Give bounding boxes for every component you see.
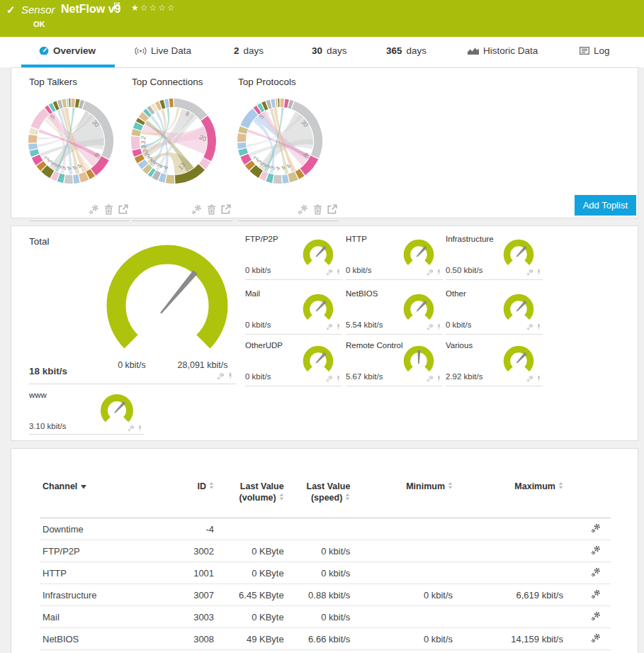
chord-diagram[interactable]: 530844433332 [25,95,117,190]
table-header-row: ChannelIDLast Value(volume)Last Value(sp… [40,477,611,518]
sort-icon[interactable] [448,481,453,493]
row-settings-icon[interactable] [566,628,611,650]
tab-overview[interactable]: Overview [39,37,96,65]
settings-icon[interactable] [326,269,333,276]
cell-minimum [353,562,456,584]
cell-last-speed: 6.66 kbit/s [287,628,354,650]
settings-icon[interactable] [326,323,333,330]
tab-live-data[interactable]: Live Data [135,37,191,65]
sort-icon[interactable] [279,493,284,504]
channel-gauge-value: 2.92 kbit/s [446,372,482,381]
tab-number: 365 [386,45,402,56]
channel-gauge-card-netbios: NetBIOS5.54 kbit/s [346,288,443,335]
channel-gauge-card-http: HTTP0 kbit/s [346,233,443,280]
pin-icon[interactable] [436,323,441,330]
table-row[interactable]: NetBIOS300849 KByte6.66 kbit/s0 kbit/s14… [40,628,611,650]
table-row[interactable]: Infrastructure30076.45 KByte0.88 kbit/s0… [40,584,611,606]
cell-maximum [456,562,566,584]
cell-maximum [456,540,566,562]
external-link-icon[interactable] [118,204,128,215]
add-toplist-button[interactable]: Add Toplist [575,195,636,216]
row-settings-icon[interactable] [566,584,611,606]
priority-stars[interactable]: ★☆☆☆☆ [131,3,176,13]
cell-last-speed: 0 kbit/s [287,540,354,562]
pin-icon[interactable] [336,269,341,276]
pin-icon[interactable] [137,425,142,432]
tab-days[interactable]: 2days [234,37,264,65]
settings-icon[interactable] [426,323,434,330]
sort-icon[interactable] [558,481,563,493]
column-header[interactable]: ID [159,477,217,518]
pin-icon[interactable] [536,269,541,276]
cell-id: 3008 [159,628,217,650]
delete-icon[interactable] [104,204,113,215]
column-header[interactable]: Minimum [353,477,456,518]
settings-icon[interactable] [128,425,135,432]
tab-bar: OverviewLive Data2days30days365daysHisto… [0,37,644,67]
tab-log[interactable]: Log [580,37,610,65]
chord-diagram[interactable]: 530844433332 [234,95,326,190]
channel-gauge-value: 0 kbit/s [245,372,271,381]
external-link-icon[interactable] [327,204,337,215]
sort-desc-icon[interactable] [81,481,86,493]
column-header[interactable]: Maximum [456,477,566,518]
tab-days[interactable]: 365days [386,37,426,65]
external-link-icon[interactable] [221,204,231,215]
settings-icon[interactable] [298,204,308,215]
settings-icon[interactable] [426,375,434,382]
row-settings-icon[interactable] [566,562,611,584]
pin-icon[interactable] [336,375,341,382]
pin-icon[interactable] [227,372,233,380]
pin-icon[interactable] [436,375,441,382]
tab-label: Overview [53,45,96,56]
tab-historic-data[interactable]: Historic Data [468,37,538,65]
sensor-header: ✓ Sensor NetFlow v9 ★☆☆☆☆ OK [0,0,644,37]
tab-label: days [244,45,264,56]
row-settings-icon[interactable] [566,518,611,540]
pin-icon[interactable] [436,269,441,276]
settings-icon[interactable] [191,204,202,215]
channel-gauge-card-infrastructure: Infrastructure0.50 kbit/s [446,233,543,280]
cell-id: 3003 [159,606,217,628]
delete-icon[interactable] [313,204,322,215]
column-header[interactable]: Last Value(volume) [217,477,287,518]
chord-diagram[interactable]: 820134433333332 [128,95,220,190]
flag-icon[interactable] [113,2,120,11]
channel-gauge-card-otherudp: OtherUDP0 kbit/s [245,340,342,386]
pin-icon[interactable] [536,375,541,382]
row-settings-icon[interactable] [566,606,611,628]
pin-icon[interactable] [336,323,341,330]
column-header[interactable]: Channel [40,477,159,518]
table-row[interactable]: FTP/P2P30020 KByte0 kbit/s [40,540,611,562]
gauge-icon [39,46,49,56]
tab-number: 2 [234,45,239,56]
table-row[interactable]: HTTP10010 KByte0 kbit/s [40,562,611,584]
cell-id: -4 [159,518,217,540]
settings-icon[interactable] [326,375,333,382]
total-gauge-actions [217,372,233,380]
settings-icon[interactable] [426,269,434,276]
sensor-status-badge: OK [33,20,45,28]
column-header[interactable]: Last Value(speed) [287,477,354,518]
settings-icon[interactable] [526,323,533,330]
channel-gauge-label: Other [446,289,466,298]
settings-icon[interactable] [526,375,533,382]
tab-days[interactable]: 30days [312,37,347,65]
settings-icon[interactable] [89,204,99,215]
row-settings-icon[interactable] [566,540,611,562]
toplist-card-top-protocols: Top Protocols530844433332 [238,77,339,213]
settings-icon[interactable] [217,372,225,380]
sort-icon[interactable] [209,481,214,493]
cell-id: 3007 [159,584,217,606]
svg-text:2: 2 [252,155,260,161]
delete-icon[interactable] [207,204,216,215]
cell-last-volume: 0 KByte [217,606,287,628]
pin-icon[interactable] [536,323,541,330]
settings-icon[interactable] [526,269,533,276]
cell-minimum: 0 kbit/s [353,628,456,650]
table-row[interactable]: Mail30030 KByte0 kbit/s [40,606,611,628]
cell-maximum [456,518,566,540]
table-row[interactable]: Downtime-4 [40,518,611,540]
channel-gauge-value: 0 kbit/s [446,320,471,329]
sort-icon[interactable] [345,493,350,504]
